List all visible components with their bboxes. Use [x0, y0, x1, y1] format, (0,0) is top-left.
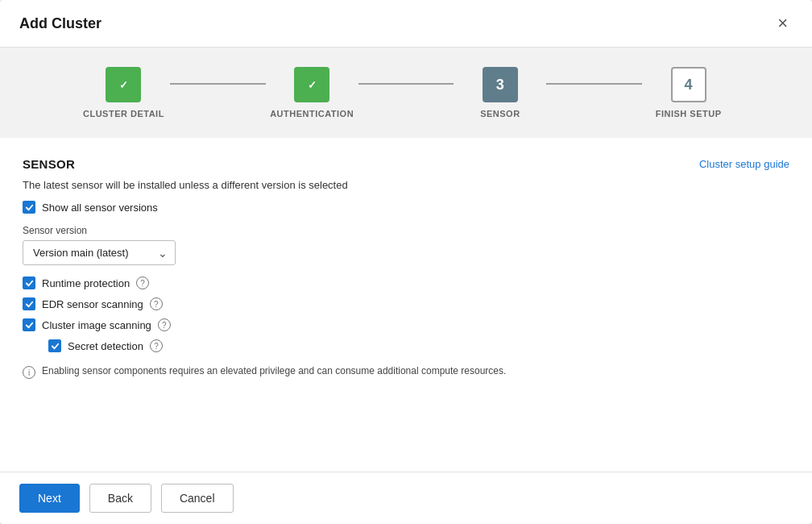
step-number-4: 4 — [685, 77, 693, 94]
show-all-versions-row: Show all sensor versions — [23, 201, 789, 214]
check-icon — [25, 300, 34, 309]
cancel-button[interactable]: Cancel — [161, 484, 234, 513]
info-row: i Enabling sensor components requires an… — [23, 365, 789, 379]
close-button[interactable]: × — [773, 13, 793, 34]
step-finish-setup: 4 FINISH SETUP — [640, 67, 736, 119]
modal-title: Add Cluster — [19, 15, 102, 32]
step-label-1: CLUSTER DETAIL — [83, 109, 164, 119]
step-label-4: FINISH SETUP — [656, 109, 722, 119]
modal-header: Add Cluster × — [0, 0, 812, 48]
modal-body: SENSOR Cluster setup guide The latest se… — [0, 138, 812, 472]
cluster-image-scanning-row: Cluster image scanning ? — [23, 318, 789, 331]
cluster-image-scanning-label: Cluster image scanning — [42, 319, 151, 331]
modal-footer: Next Back Cancel — [0, 472, 812, 524]
sensor-version-block: Sensor version Version main (latest) Ver… — [23, 225, 789, 265]
stepper: ✓ CLUSTER DETAIL ✓ AUTHENTICATION 3 SENS… — [76, 67, 736, 119]
step-circle-2: ✓ — [294, 67, 329, 102]
step-circle-3: 3 — [483, 67, 518, 102]
step-label-2: AUTHENTICATION — [270, 109, 354, 119]
step-sensor: 3 SENSOR — [452, 67, 548, 119]
cluster-image-scanning-help-icon[interactable]: ? — [158, 318, 171, 331]
secret-detection-help-icon[interactable]: ? — [150, 339, 163, 352]
stepper-bar: ✓ CLUSTER DETAIL ✓ AUTHENTICATION 3 SENS… — [0, 48, 812, 138]
runtime-protection-label: Runtime protection — [42, 277, 130, 289]
sensor-version-select[interactable]: Version main (latest) Version 3.14 Versi… — [23, 240, 176, 265]
secret-detection-label: Secret detection — [68, 340, 143, 352]
step-cluster-detail: ✓ CLUSTER DETAIL — [76, 67, 172, 119]
runtime-protection-checkbox[interactable] — [23, 277, 35, 289]
step-number-3: 3 — [496, 77, 504, 94]
step-line-2 — [358, 83, 454, 85]
back-button[interactable]: Back — [89, 484, 151, 513]
next-button[interactable]: Next — [19, 484, 80, 513]
info-text: Enabling sensor components requires an e… — [42, 365, 506, 376]
section-header: SENSOR Cluster setup guide — [23, 157, 789, 171]
check-icon — [51, 342, 60, 351]
runtime-protection-help-icon[interactable]: ? — [136, 277, 149, 289]
edr-sensor-scanning-row: EDR sensor scanning ? — [23, 297, 789, 310]
step-line-3 — [546, 83, 642, 85]
runtime-protection-row: Runtime protection ? — [23, 277, 789, 289]
step-label-3: SENSOR — [480, 109, 520, 119]
step-circle-1: ✓ — [106, 67, 141, 102]
check-icon — [25, 203, 34, 212]
step-authentication: ✓ AUTHENTICATION — [264, 67, 360, 119]
secret-detection-checkbox[interactable] — [48, 339, 61, 352]
show-all-versions-checkbox[interactable] — [23, 201, 35, 214]
sensor-version-select-wrapper: Version main (latest) Version 3.14 Versi… — [23, 240, 176, 265]
edr-sensor-scanning-label: EDR sensor scanning — [42, 298, 143, 310]
edr-sensor-scanning-checkbox[interactable] — [23, 297, 35, 310]
show-all-versions-label[interactable]: Show all sensor versions — [42, 202, 158, 214]
cluster-image-scanning-checkbox[interactable] — [23, 318, 35, 331]
check-icon — [25, 279, 34, 288]
cluster-setup-guide-link[interactable]: Cluster setup guide — [699, 158, 789, 170]
sensor-version-label: Sensor version — [23, 225, 789, 236]
section-title: SENSOR — [23, 157, 75, 171]
step-line-1 — [170, 83, 266, 85]
check-icon — [25, 321, 34, 330]
info-icon: i — [23, 366, 35, 379]
sensor-description: The latest sensor will be installed unle… — [23, 179, 789, 191]
edr-sensor-scanning-help-icon[interactable]: ? — [150, 297, 163, 310]
step-circle-4: 4 — [671, 67, 706, 102]
secret-detection-row: Secret detection ? — [48, 339, 789, 352]
add-cluster-modal: Add Cluster × ✓ CLUSTER DETAIL ✓ AUTHENT… — [0, 0, 812, 524]
